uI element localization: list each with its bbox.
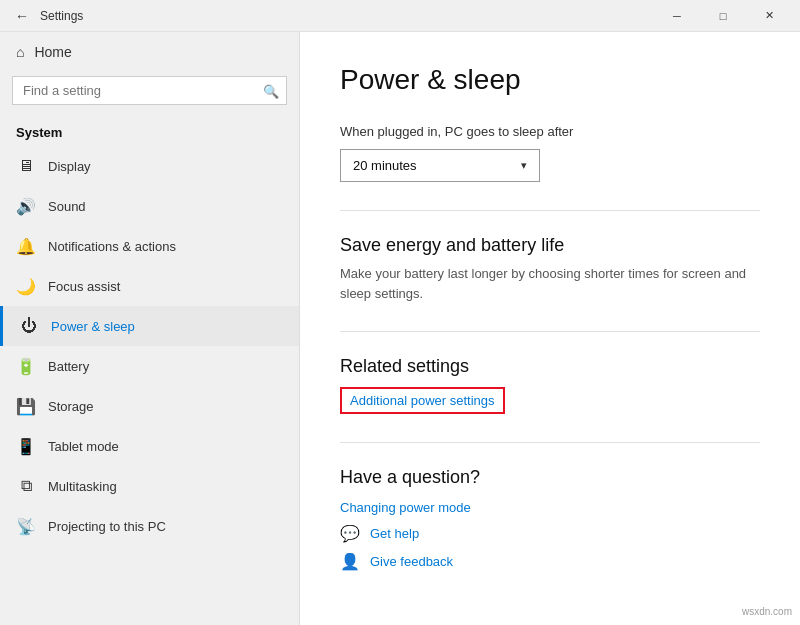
notifications-icon: 🔔 bbox=[16, 236, 36, 256]
focus-icon: 🌙 bbox=[16, 276, 36, 296]
battery-icon: 🔋 bbox=[16, 356, 36, 376]
sidebar-item-multitasking[interactable]: ⧉ Multitasking bbox=[0, 466, 299, 506]
search-icon: 🔍 bbox=[263, 83, 279, 98]
home-label: Home bbox=[34, 44, 71, 60]
sidebar-item-sound[interactable]: 🔊 Sound bbox=[0, 186, 299, 226]
sidebar-label-notifications: Notifications & actions bbox=[48, 239, 176, 254]
tablet-icon: 📱 bbox=[16, 436, 36, 456]
back-button[interactable]: ← bbox=[8, 2, 36, 30]
save-energy-section: Save energy and battery life Make your b… bbox=[340, 235, 760, 303]
sidebar-label-storage: Storage bbox=[48, 399, 94, 414]
projecting-icon: 📡 bbox=[16, 516, 36, 536]
sidebar-label-focus: Focus assist bbox=[48, 279, 120, 294]
sidebar-label-projecting: Projecting to this PC bbox=[48, 519, 166, 534]
page-title: Power & sleep bbox=[340, 64, 760, 96]
sleep-label: When plugged in, PC goes to sleep after bbox=[340, 124, 760, 139]
home-icon: ⌂ bbox=[16, 44, 24, 60]
search-container: 🔍 bbox=[12, 76, 287, 105]
sleep-value: 20 minutes bbox=[353, 158, 417, 173]
titlebar: ← Settings ─ □ ✕ bbox=[0, 0, 800, 32]
search-input[interactable] bbox=[12, 76, 287, 105]
multitasking-icon: ⧉ bbox=[16, 476, 36, 496]
sidebar-item-power[interactable]: ⏻ Power & sleep bbox=[0, 306, 299, 346]
sidebar-label-tablet: Tablet mode bbox=[48, 439, 119, 454]
give-feedback-row: 👤 Give feedback bbox=[340, 551, 760, 571]
display-icon: 🖥 bbox=[16, 156, 36, 176]
sidebar: ⌂ Home 🔍 System 🖥 Display 🔊 Sound 🔔 Noti… bbox=[0, 32, 300, 625]
have-question-section: Have a question? Changing power mode 💬 G… bbox=[340, 467, 760, 571]
get-help-row: 💬 Get help bbox=[340, 523, 760, 543]
divider-3 bbox=[340, 442, 760, 443]
sidebar-item-focus[interactable]: 🌙 Focus assist bbox=[0, 266, 299, 306]
close-button[interactable]: ✕ bbox=[746, 0, 792, 32]
sidebar-label-power: Power & sleep bbox=[51, 319, 135, 334]
sidebar-item-storage[interactable]: 💾 Storage bbox=[0, 386, 299, 426]
dropdown-arrow-icon: ▾ bbox=[521, 159, 527, 172]
changing-power-link[interactable]: Changing power mode bbox=[340, 500, 471, 515]
sidebar-items-list: 🖥 Display 🔊 Sound 🔔 Notifications & acti… bbox=[0, 146, 299, 546]
give-feedback-icon: 👤 bbox=[340, 551, 360, 571]
watermark: wsxdn.com bbox=[742, 606, 792, 617]
sleep-dropdown[interactable]: 20 minutes ▾ bbox=[340, 149, 540, 182]
changing-power-row: Changing power mode bbox=[340, 500, 760, 515]
sidebar-item-display[interactable]: 🖥 Display bbox=[0, 146, 299, 186]
give-feedback-link[interactable]: Give feedback bbox=[370, 554, 453, 569]
save-energy-heading: Save energy and battery life bbox=[340, 235, 760, 256]
get-help-icon: 💬 bbox=[340, 523, 360, 543]
sidebar-label-display: Display bbox=[48, 159, 91, 174]
additional-power-settings-link[interactable]: Additional power settings bbox=[340, 387, 505, 414]
sidebar-section-label: System bbox=[0, 117, 299, 146]
storage-icon: 💾 bbox=[16, 396, 36, 416]
divider-2 bbox=[340, 331, 760, 332]
sidebar-label-sound: Sound bbox=[48, 199, 86, 214]
sidebar-item-projecting[interactable]: 📡 Projecting to this PC bbox=[0, 506, 299, 546]
sidebar-item-battery[interactable]: 🔋 Battery bbox=[0, 346, 299, 386]
window-title: Settings bbox=[40, 9, 83, 23]
related-settings-heading: Related settings bbox=[340, 356, 760, 377]
sidebar-item-tablet[interactable]: 📱 Tablet mode bbox=[0, 426, 299, 466]
sidebar-label-multitasking: Multitasking bbox=[48, 479, 117, 494]
save-energy-desc: Make your battery last longer by choosin… bbox=[340, 264, 760, 303]
content-area: Power & sleep When plugged in, PC goes t… bbox=[300, 32, 800, 625]
related-settings-section: Related settings Additional power settin… bbox=[340, 356, 760, 414]
maximize-button[interactable]: □ bbox=[700, 0, 746, 32]
sound-icon: 🔊 bbox=[16, 196, 36, 216]
power-icon: ⏻ bbox=[19, 316, 39, 336]
divider-1 bbox=[340, 210, 760, 211]
app-body: ⌂ Home 🔍 System 🖥 Display 🔊 Sound 🔔 Noti… bbox=[0, 32, 800, 625]
sidebar-item-home[interactable]: ⌂ Home bbox=[0, 32, 299, 72]
sidebar-item-notifications[interactable]: 🔔 Notifications & actions bbox=[0, 226, 299, 266]
have-question-heading: Have a question? bbox=[340, 467, 760, 488]
sidebar-label-battery: Battery bbox=[48, 359, 89, 374]
get-help-link[interactable]: Get help bbox=[370, 526, 419, 541]
sleep-section: When plugged in, PC goes to sleep after … bbox=[340, 124, 760, 182]
window-controls: ─ □ ✕ bbox=[654, 0, 792, 32]
minimize-button[interactable]: ─ bbox=[654, 0, 700, 32]
